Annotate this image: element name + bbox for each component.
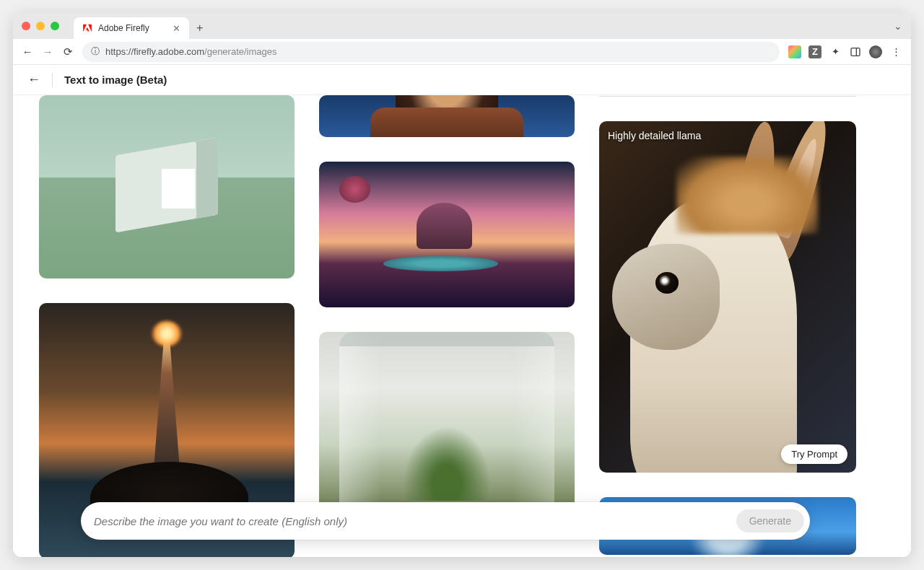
- gallery-column-left: [39, 95, 295, 557]
- minimize-window-button[interactable]: [36, 22, 45, 30]
- profile-avatar-icon[interactable]: [869, 45, 882, 58]
- sample-card-terrarium-jar[interactable]: [319, 332, 575, 519]
- back-button[interactable]: ←: [22, 45, 33, 58]
- forward-button[interactable]: →: [42, 45, 53, 58]
- sample-card-portrait[interactable]: [319, 95, 575, 137]
- featured-card[interactable]: Highly detailed llama Try Prompt: [599, 121, 856, 473]
- site-info-icon[interactable]: ⓘ: [91, 45, 100, 58]
- browser-toolbar: ← → ⟳ ⓘ https://firefly.adobe.com/genera…: [13, 39, 911, 65]
- sample-card-isometric-house[interactable]: [39, 95, 295, 279]
- tab-strip: Adobe Firefly ✕ +: [74, 13, 210, 39]
- url-text: https://firefly.adobe.com/generate/image…: [105, 46, 277, 57]
- adobe-favicon-icon: [82, 23, 92, 33]
- close-window-button[interactable]: [22, 22, 30, 30]
- window-controls: [22, 22, 59, 30]
- address-bar[interactable]: ⓘ https://firefly.adobe.com/generate/ima…: [82, 42, 780, 62]
- tab-title: Adobe Firefly: [98, 23, 149, 33]
- prompt-bar: Generate: [81, 502, 810, 540]
- try-prompt-button[interactable]: Try Prompt: [781, 444, 847, 464]
- page-title: Text to image (Beta): [64, 74, 167, 86]
- reload-button[interactable]: ⟳: [62, 45, 74, 58]
- extension-icon-z[interactable]: Z: [808, 45, 821, 58]
- divider: [52, 73, 53, 87]
- expand-tabs-icon[interactable]: ⌄: [894, 20, 902, 32]
- extension-icons: Z ✦ ⋮: [788, 45, 902, 58]
- gallery-content: Highly detailed llama Try Prompt Generat…: [13, 95, 911, 557]
- close-tab-icon[interactable]: ✕: [173, 23, 180, 34]
- svg-rect-0: [851, 48, 860, 56]
- sidebar-divider: [599, 96, 856, 97]
- extension-icon[interactable]: [788, 45, 801, 58]
- app-header: ← Text to image (Beta): [13, 65, 911, 95]
- app-back-button[interactable]: ←: [27, 72, 40, 87]
- browser-tab[interactable]: Adobe Firefly ✕: [74, 17, 189, 39]
- browser-window: Adobe Firefly ✕ + ⌄ ← → ⟳ ⓘ https://fire…: [13, 13, 911, 557]
- sample-card-scifi-planet[interactable]: [319, 162, 575, 307]
- maximize-window-button[interactable]: [51, 22, 59, 30]
- panel-icon[interactable]: [849, 45, 862, 58]
- prompt-input[interactable]: [94, 515, 736, 527]
- extensions-menu-icon[interactable]: ✦: [829, 45, 842, 58]
- gallery-column-middle: [319, 95, 575, 557]
- window-title-bar: Adobe Firefly ✕ + ⌄: [13, 13, 911, 39]
- browser-menu-icon[interactable]: ⋮: [889, 45, 902, 58]
- generate-button[interactable]: Generate: [736, 509, 804, 532]
- featured-caption: Highly detailed llama: [608, 130, 701, 141]
- new-tab-button[interactable]: +: [189, 17, 210, 39]
- gallery-column-right: Highly detailed llama Try Prompt: [599, 95, 856, 557]
